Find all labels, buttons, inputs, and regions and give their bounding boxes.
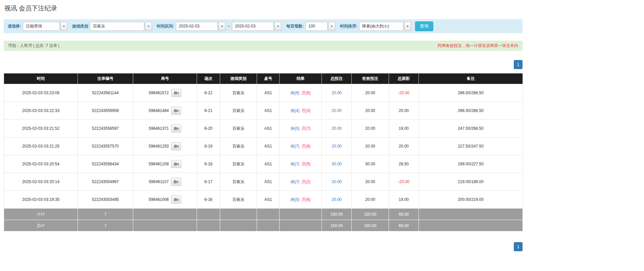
valid-bet-notice-text: 同局有效投注，统一计算在该局第一张注单内 bbox=[438, 43, 518, 49]
table-body: 2025-02-03 03:23:06 522243561144 5964615… bbox=[4, 84, 523, 209]
video-camera-icon bbox=[174, 162, 179, 166]
cell-empty bbox=[197, 220, 220, 231]
cell-game-type: 百家乐 bbox=[220, 120, 257, 138]
search-button[interactable]: 查询 bbox=[415, 21, 433, 31]
cell-valid-bet: 30.00 bbox=[352, 155, 389, 173]
result-player: 闲(7) bbox=[291, 162, 300, 166]
column-header-round-id: 局号 bbox=[133, 73, 197, 84]
cell-empty bbox=[419, 209, 523, 220]
pagination-top: 1 bbox=[4, 60, 523, 69]
column-header-total-bet: 总投注 bbox=[322, 73, 352, 84]
date-to-value: 2025-02-03 bbox=[232, 22, 274, 31]
cell-bet-id: 522243557570 bbox=[78, 138, 133, 155]
cell-time: 2025-02-03 03:19:35 bbox=[4, 191, 78, 209]
total-label: 总计 bbox=[4, 220, 78, 231]
query-type-label: 请选择: bbox=[8, 23, 21, 29]
cell-result: 闲(7) 庄(2) bbox=[280, 173, 322, 191]
round-id-text: 596461464 bbox=[149, 108, 169, 113]
subtotal-row: 小计 7 150.00 150.00 66.50 bbox=[4, 209, 523, 220]
cell-table-no: AS1 bbox=[257, 84, 280, 102]
total-bet-link[interactable]: 30.00 bbox=[332, 162, 342, 166]
cell-total-bet: 20.00 bbox=[322, 102, 352, 120]
cell-payout: 19.00 bbox=[389, 120, 419, 138]
query-type-select[interactable]: 日期查询 ▼ bbox=[23, 22, 67, 31]
cell-game-type: 百家乐 bbox=[220, 155, 257, 173]
game-type-value: 百家乐 bbox=[90, 22, 144, 31]
cell-table-no: AS1 bbox=[257, 102, 280, 120]
total-bet-link[interactable]: 20.00 bbox=[332, 179, 342, 184]
table-row: 2025-02-03 03:22:33 522243559959 5964614… bbox=[4, 102, 523, 120]
round-id-text: 596461293 bbox=[149, 144, 169, 149]
cell-payout: -20.00 bbox=[389, 173, 419, 191]
date-range-label: 时间区间: bbox=[157, 23, 174, 29]
cell-round-id: 596461464 bbox=[133, 102, 197, 120]
chevron-down-icon[interactable]: ▼ bbox=[145, 22, 152, 31]
video-replay-button[interactable] bbox=[171, 107, 181, 115]
date-to-select[interactable]: 2025-02-03 ▼ bbox=[232, 22, 282, 31]
chevron-down-icon[interactable]: ▼ bbox=[275, 22, 282, 31]
cell-result: 闲(7) 庄(9) bbox=[280, 155, 322, 173]
cell-game-type: 百家乐 bbox=[220, 84, 257, 102]
result-banker: 庄(7) bbox=[302, 126, 311, 131]
total-bet-link[interactable]: 20.00 bbox=[332, 144, 342, 149]
page-size-select[interactable]: 100 ▼ bbox=[305, 22, 335, 31]
cell-session: 6-19 bbox=[197, 138, 220, 155]
result-banker: 庄(3) bbox=[302, 108, 311, 113]
page-number-button[interactable]: 1 bbox=[514, 60, 523, 69]
date-from-select[interactable]: 2025-02-03 ▼ bbox=[176, 22, 226, 31]
cell-round-id: 596461293 bbox=[133, 138, 197, 155]
total-count: 7 bbox=[78, 220, 133, 231]
chevron-down-icon[interactable]: ▼ bbox=[60, 22, 67, 31]
cell-payout: -20.00 bbox=[389, 84, 419, 102]
chevron-down-icon[interactable]: ▼ bbox=[328, 22, 335, 31]
cell-time: 2025-02-03 03:23:06 bbox=[4, 84, 78, 102]
video-replay-button[interactable] bbox=[171, 142, 181, 150]
cell-note: 199.00/227.50 bbox=[419, 155, 523, 173]
cell-valid-bet: 20.00 bbox=[352, 138, 389, 155]
chevron-down-icon[interactable]: ▼ bbox=[404, 22, 411, 31]
column-header-game-type: 游戏类别 bbox=[220, 73, 257, 84]
cell-bet-id: 522243554967 bbox=[78, 173, 133, 191]
time-sort-select[interactable]: 降幂(由大到小) ▼ bbox=[359, 22, 411, 31]
cell-bet-id: 522243556434 bbox=[78, 155, 133, 173]
cell-game-type: 百家乐 bbox=[220, 191, 257, 209]
cell-valid-bet: 20.00 bbox=[352, 84, 389, 102]
cell-payout: 28.50 bbox=[389, 155, 419, 173]
total-bet-link[interactable]: 20.00 bbox=[332, 91, 342, 95]
total-bet-link[interactable]: 20.00 bbox=[332, 126, 342, 131]
page-title: 视讯 会员下注纪录 bbox=[4, 4, 523, 13]
page-size-value: 100 bbox=[305, 22, 328, 31]
video-replay-button[interactable] bbox=[171, 196, 181, 204]
video-camera-icon bbox=[174, 144, 179, 148]
page-number-button[interactable]: 1 bbox=[514, 242, 523, 251]
cell-empty bbox=[280, 209, 322, 220]
total-bet-link[interactable]: 20.00 bbox=[332, 197, 342, 202]
round-id-text: 596461006 bbox=[149, 197, 169, 202]
cell-note: 200.00/219.00 bbox=[419, 191, 523, 209]
subtotal-payout: 66.50 bbox=[389, 209, 419, 220]
cell-empty bbox=[220, 220, 257, 231]
result-player: 闲(5) bbox=[291, 197, 300, 202]
cell-valid-bet: 20.00 bbox=[352, 102, 389, 120]
video-replay-button[interactable] bbox=[171, 89, 181, 97]
cell-session: 6-20 bbox=[197, 120, 220, 138]
column-header-time: 时间 bbox=[4, 73, 78, 84]
cell-bet-id: 522243553495 bbox=[78, 191, 133, 209]
cell-bet-id: 522243561144 bbox=[78, 84, 133, 102]
total-bet-link[interactable]: 20.00 bbox=[332, 108, 342, 113]
subtotal-label: 小计 bbox=[4, 209, 78, 220]
total-valid-bet: 150.00 bbox=[352, 220, 389, 231]
cell-round-id: 596461208 bbox=[133, 155, 197, 173]
cell-table-no: AS1 bbox=[257, 120, 280, 138]
column-header-note: 备注 bbox=[419, 73, 523, 84]
cell-session: 6-17 bbox=[197, 173, 220, 191]
cell-session: 6-22 bbox=[197, 84, 220, 102]
chevron-down-icon[interactable]: ▼ bbox=[218, 22, 226, 31]
date-from-value: 2025-02-03 bbox=[176, 22, 218, 31]
column-header-result: 结果 bbox=[280, 73, 322, 84]
cell-payout: 20.00 bbox=[389, 138, 419, 155]
video-replay-button[interactable] bbox=[171, 160, 181, 168]
video-replay-button[interactable] bbox=[171, 178, 181, 186]
video-replay-button[interactable] bbox=[171, 124, 181, 132]
game-type-select[interactable]: 百家乐 ▼ bbox=[90, 22, 152, 31]
